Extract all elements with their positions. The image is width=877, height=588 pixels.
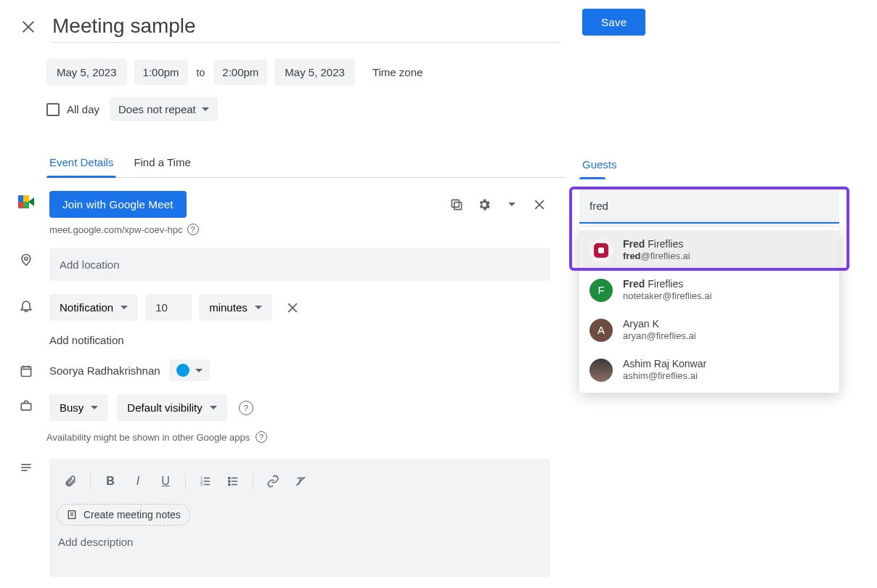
availability-help-icon[interactable]: ? — [256, 431, 267, 443]
notification-type-dropdown[interactable]: Notification — [49, 294, 138, 321]
guest-suggestions: Fred Firefliesfred@fireflies.aiFFred Fir… — [579, 227, 839, 393]
location-input[interactable] — [49, 248, 550, 281]
event-title-input[interactable] — [52, 12, 560, 41]
create-notes-label: Create meeting notes — [83, 509, 181, 520]
join-meet-button[interactable]: Join with Google Meet — [49, 191, 187, 218]
meet-link-text: meet.google.com/xpw-coev-hpc — [49, 224, 183, 235]
allday-label: All day — [67, 103, 99, 115]
calendar-color-dropdown[interactable] — [169, 359, 210, 381]
toolbar-separator — [253, 473, 253, 489]
toolbar-separator — [90, 473, 91, 489]
caret-down-icon — [91, 406, 98, 409]
avatar — [590, 359, 613, 382]
notification-remove-icon[interactable] — [285, 301, 300, 315]
timezone-link[interactable]: Time zone — [372, 66, 423, 78]
description-placeholder: Add description — [57, 533, 543, 570]
guest-suggestion[interactable]: Fred Firefliesfred@fireflies.ai — [579, 230, 839, 270]
color-dot-icon — [176, 364, 189, 377]
italic-icon[interactable]: I — [126, 469, 150, 494]
tab-find-time[interactable]: Find a Time — [131, 149, 193, 177]
title-underline — [52, 42, 560, 43]
create-notes-button[interactable]: Create meeting notes — [57, 504, 190, 526]
underline-icon[interactable]: U — [153, 469, 178, 494]
checkbox-icon — [46, 103, 60, 116]
location-icon — [17, 248, 35, 267]
attach-icon[interactable] — [58, 469, 83, 494]
tab-event-details[interactable]: Event Details — [46, 149, 116, 177]
svg-point-28 — [229, 483, 230, 485]
copy-link-icon[interactable] — [449, 197, 465, 213]
busy-dropdown[interactable]: Busy — [49, 394, 108, 421]
svg-point-26 — [229, 477, 230, 478]
to-text: to — [195, 67, 207, 78]
description-icon — [17, 456, 35, 475]
visibility-dropdown[interactable]: Default visibility — [117, 394, 227, 421]
suggestion-email: aryan@fireflies.ai — [623, 330, 696, 343]
notification-unit-dropdown[interactable]: minutes — [199, 294, 272, 321]
meet-expand-icon[interactable] — [504, 197, 520, 213]
svg-point-6 — [25, 257, 28, 260]
availability-note: Availability might be shown in other Goo… — [46, 432, 250, 443]
guest-search-input[interactable] — [579, 189, 839, 224]
guest-suggestion[interactable]: AAryan Karyan@fireflies.ai — [579, 310, 839, 350]
allday-checkbox[interactable]: All day — [46, 103, 99, 116]
bullet-list-icon[interactable] — [221, 469, 245, 494]
start-time-chip[interactable]: 1:00pm — [134, 60, 188, 85]
notification-unit-label: minutes — [209, 301, 248, 314]
repeat-dropdown[interactable]: Does not repeat — [110, 97, 218, 121]
toolbar-separator — [185, 473, 186, 489]
svg-text:3: 3 — [200, 483, 203, 486]
suggestion-email: ashim@fireflies.ai — [623, 370, 706, 383]
end-time-chip[interactable]: 2:00pm — [213, 60, 267, 85]
notification-value-input[interactable] — [145, 294, 192, 321]
add-notification-link[interactable]: Add notification — [49, 334, 550, 346]
guest-suggestion[interactable]: Ashim Raj Konwarashim@fireflies.ai — [579, 350, 839, 390]
busy-label: Busy — [60, 401, 83, 414]
close-button[interactable] — [15, 13, 42, 43]
avatar — [590, 239, 613, 262]
svg-point-27 — [229, 481, 230, 482]
calendar-icon — [17, 359, 35, 378]
meet-help-icon[interactable]: ? — [187, 224, 199, 235]
notification-type-label: Notification — [60, 301, 113, 314]
briefcase-icon — [17, 394, 35, 413]
caret-down-icon — [255, 306, 262, 309]
caret-down-icon — [121, 306, 128, 309]
numbered-list-icon[interactable]: 123 — [193, 469, 218, 494]
repeat-label: Does not repeat — [118, 103, 196, 115]
guest-suggestion[interactable]: FFred Firefliesnotetaker@fireflies.ai — [579, 270, 839, 310]
caret-down-icon — [202, 107, 209, 111]
description-editor[interactable]: B I U 123 Create meeting notes — [49, 459, 550, 577]
visibility-label: Default visibility — [127, 401, 202, 414]
avatar: A — [590, 319, 613, 342]
caret-down-icon — [210, 406, 217, 409]
caret-down-icon — [195, 369, 203, 372]
bold-icon[interactable]: B — [98, 469, 123, 494]
link-icon[interactable] — [261, 469, 285, 494]
suggestion-name: Ashim Raj Konwar — [623, 357, 706, 370]
suggestion-name: Fred Fireflies — [623, 237, 690, 250]
end-date-chip[interactable]: May 5, 2023 — [274, 59, 355, 86]
avatar: F — [590, 279, 613, 302]
svg-rect-2 — [454, 202, 462, 209]
organizer-name: Soorya Radhakrishnan — [49, 364, 160, 377]
notification-icon — [17, 294, 35, 313]
clear-format-icon[interactable] — [288, 469, 313, 494]
meet-icon — [17, 191, 35, 208]
start-date-chip[interactable]: May 5, 2023 — [46, 59, 127, 86]
visibility-help-icon[interactable]: ? — [239, 401, 253, 415]
suggestion-email: fred@fireflies.ai — [623, 250, 690, 263]
svg-rect-3 — [452, 200, 459, 207]
suggestion-email: notetaker@fireflies.ai — [623, 290, 711, 303]
meet-remove-icon[interactable] — [531, 197, 547, 213]
svg-rect-13 — [21, 404, 30, 410]
meet-settings-icon[interactable] — [476, 197, 492, 213]
suggestion-name: Fred Fireflies — [623, 277, 711, 290]
suggestion-name: Aryan K — [623, 317, 696, 330]
tab-guests[interactable]: Guests — [579, 158, 620, 179]
svg-rect-9 — [21, 367, 30, 376]
